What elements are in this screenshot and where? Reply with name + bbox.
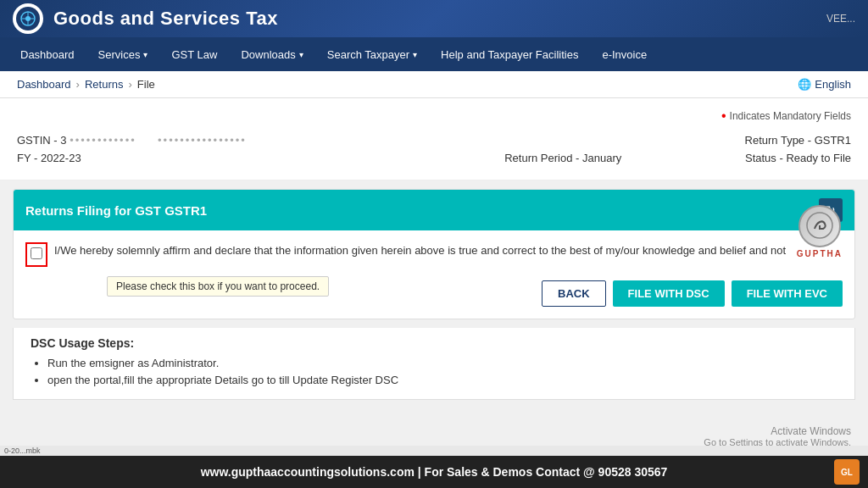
globe-icon: 🌐 — [798, 78, 811, 91]
nav-dashboard[interactable]: Dashboard — [8, 37, 86, 71]
nav-search-taxpayer[interactable]: Search Taxpayer ▾ — [315, 37, 429, 71]
status-text: 0-20...mbk — [4, 446, 41, 455]
declaration-text: I/We hereby solemnly affirm and declare … — [54, 242, 843, 259]
breadcrumb-dashboard[interactable]: Dashboard — [17, 78, 71, 91]
svg-point-1 — [25, 16, 31, 21]
logo-inner — [16, 7, 40, 30]
breadcrumb-bar: Dashboard › Returns › File 🌐 English — [0, 71, 868, 98]
panel-header: Returns Filing for GST GSTR1 ↻ — [14, 190, 854, 230]
breadcrumb-returns[interactable]: Returns — [85, 78, 124, 91]
checkbox-tooltip: Please check this box if you want to pro… — [107, 276, 329, 297]
main-nav: Dashboard Services ▾ GST Law Downloads ▾… — [0, 37, 868, 71]
back-button[interactable]: BACK — [542, 280, 606, 307]
declaration-area: I/We hereby solemnly affirm and declare … — [14, 230, 854, 275]
dsc-title: DSC Usage Steps: — [31, 336, 837, 350]
activate-title: Activate Windows — [704, 425, 851, 437]
gstin-value: •••••••••••• — [70, 134, 136, 147]
app-header: Goods and Services Tax VEE... — [0, 0, 868, 37]
downloads-dropdown-arrow: ▾ — [299, 50, 303, 59]
returns-panel: Returns Filing for GST GSTR1 ↻ GUPTHA I/… — [13, 189, 855, 319]
gst-logo — [13, 3, 43, 34]
mandatory-note: • Indicates Mandatory Fields — [721, 108, 851, 124]
breadcrumb: Dashboard › Returns › File — [17, 78, 155, 91]
return-period-field: Return Period - January — [381, 152, 746, 164]
gstin-field: GSTIN - 3 •••••••••••• •••••••••••••••• — [17, 134, 745, 147]
extra-info: •••••••••••••••• — [158, 134, 247, 147]
nav-help[interactable]: Help and Taxpayer Facilities — [429, 37, 590, 71]
breadcrumb-sep-2: › — [128, 78, 131, 91]
language-selector[interactable]: 🌐 English — [798, 78, 851, 91]
app-title: Goods and Services Tax — [53, 8, 278, 30]
dsc-step-1: Run the emsigner as Administrator. — [47, 357, 837, 369]
file-dsc-button[interactable]: FILE WITH DSC — [613, 280, 725, 307]
search-taxpayer-dropdown-arrow: ▾ — [413, 50, 417, 59]
fy-field: FY - 2022-23 — [17, 152, 381, 164]
user-info: VEE... — [826, 13, 855, 25]
return-type-field: Return Type - GSTR1 — [745, 134, 851, 147]
dsc-step-2: open the portal,fill the appropriate Det… — [47, 374, 837, 386]
language-label: English — [815, 78, 851, 91]
nav-downloads[interactable]: Downloads ▾ — [229, 37, 314, 71]
dsc-list: Run the emsigner as Administrator. open … — [31, 357, 837, 386]
nav-gst-law[interactable]: GST Law — [159, 37, 229, 71]
dsc-section: DSC Usage Steps: Run the emsigner as Adm… — [13, 328, 855, 400]
breadcrumb-file: File — [137, 78, 155, 91]
breadcrumb-sep-1: › — [76, 78, 80, 91]
info-section: • Indicates Mandatory Fields GSTIN - 3 •… — [0, 98, 868, 180]
nav-einvoice[interactable]: e-Invoice — [590, 37, 659, 71]
panel-title: Returns Filing for GST GSTR1 — [25, 203, 207, 218]
footer-text: www.gupthaaccountingsolutions.com | For … — [201, 465, 668, 479]
activate-windows: Activate Windows Go to Settings to activ… — [704, 425, 851, 447]
status-field: Status - Ready to File — [745, 152, 851, 164]
declaration-checkbox[interactable] — [31, 247, 42, 259]
services-dropdown-arrow: ▾ — [143, 50, 147, 59]
status-bar: 0-20...mbk — [0, 446, 868, 456]
mandatory-dot: • — [721, 108, 726, 124]
file-evc-button[interactable]: FILE WITH EVC — [732, 280, 843, 307]
nav-services[interactable]: Services ▾ — [86, 37, 160, 71]
footer: www.gupthaaccountingsolutions.com | For … — [0, 456, 868, 488]
footer-logo: GL — [834, 459, 860, 485]
checkbox-row: I/We hereby solemnly affirm and declare … — [25, 242, 843, 267]
checkbox-wrapper — [25, 242, 47, 267]
